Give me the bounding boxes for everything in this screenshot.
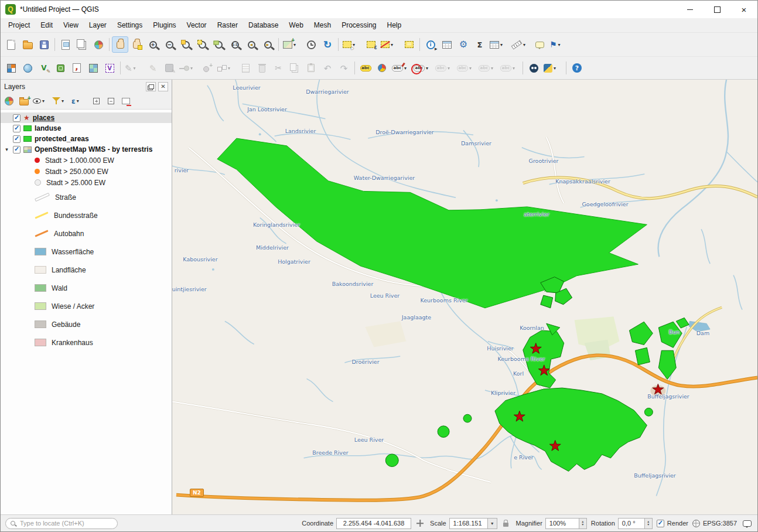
deselect-features-button[interactable]: ▾ [379, 36, 401, 53]
map-canvas[interactable]: LeeurivierDwarriegarivierJan Lootsrivier… [172, 80, 757, 514]
save-project-button[interactable] [36, 36, 52, 53]
add-raster-layer-button[interactable] [85, 60, 101, 76]
minimize-button[interactable] [677, 1, 704, 18]
scale-dropdown-button[interactable]: ▼ [488, 518, 497, 529]
layer-protected-areas[interactable]: protected_areas [1, 134, 172, 144]
select-features-button[interactable]: ▾ [341, 36, 363, 53]
open-data-source-manager-button[interactable] [3, 60, 19, 76]
crs-button[interactable]: EPSG:3857 [692, 520, 737, 527]
modify-attributes-button[interactable] [237, 60, 254, 76]
new-geopackage-layer-button[interactable] [52, 60, 69, 76]
measure-line-button[interactable]: ▾ [510, 36, 531, 53]
new-print-layout-button[interactable] [57, 36, 74, 53]
digitize-with-segment-button[interactable]: ▾ [177, 60, 199, 76]
select-features-by-expression-button[interactable] [363, 36, 379, 53]
move-label-button[interactable]: ▾ [433, 60, 455, 76]
rotation-field[interactable]: 0,0 ° [618, 518, 645, 529]
layer-diagram-options-button[interactable] [374, 60, 390, 76]
menu-layer[interactable]: Layer [84, 19, 112, 31]
collapse-all-button[interactable] [104, 94, 118, 108]
maximize-button[interactable] [704, 1, 730, 18]
layer-places-checkbox[interactable] [13, 114, 21, 122]
legend-item-1[interactable]: Stadt > 250.000 EW [1, 166, 172, 177]
filter-legend-by-expression-button[interactable]: ▾ [70, 94, 89, 108]
legend-item-8[interactable]: Wald [1, 279, 172, 297]
new-project-button[interactable] [3, 36, 19, 53]
close-panel-button[interactable]: ✕ [158, 82, 168, 91]
layer-osm-wms[interactable]: ▾OpenStreetMap WMS - by terrestris [1, 144, 172, 155]
open-attribute-table-button[interactable] [439, 36, 455, 53]
pan-map-button[interactable] [112, 36, 128, 53]
menu-vector[interactable]: Vector [182, 19, 212, 31]
new-map-view-button[interactable]: ▾ [281, 36, 303, 53]
zoom-full-button[interactable] [177, 36, 194, 53]
add-wms-layer-button[interactable] [19, 60, 36, 76]
legend-item-0[interactable]: Stadt > 1.000.000 EW [1, 155, 172, 166]
menu-help[interactable]: Help [382, 19, 407, 31]
zoom-to-selection-button[interactable] [194, 36, 210, 53]
open-project-button[interactable] [19, 36, 36, 53]
legend-item-7[interactable]: Landfläche [1, 261, 172, 279]
zoom-to-layer-button[interactable] [210, 36, 227, 53]
layer-osm-wms-checkbox[interactable] [13, 146, 21, 154]
help-button[interactable] [569, 60, 585, 76]
pin-unpin-labels-button[interactable]: ▾ [390, 60, 412, 76]
redo-button[interactable] [336, 60, 352, 76]
legend-item-11[interactable]: Krankenhaus [1, 333, 172, 352]
map-tips-button[interactable] [531, 36, 548, 53]
magnifier-field[interactable]: 100% [545, 518, 579, 529]
show-layers-list-button[interactable]: ▾ [488, 36, 510, 53]
style-manager-button[interactable] [90, 36, 107, 53]
show-hide-labels-button[interactable]: ▾ [498, 60, 520, 76]
locate-input[interactable] [19, 519, 112, 527]
menu-edit[interactable]: Edit [35, 19, 58, 31]
zoom-in-button[interactable] [145, 36, 161, 53]
layer-labeling-options-button[interactable] [357, 60, 374, 76]
legend-item-5[interactable]: Autobahn [1, 224, 172, 243]
python-console-button[interactable]: ▾ [542, 60, 564, 76]
new-shapefile-layer-button[interactable] [36, 60, 52, 76]
filter-legend-button[interactable]: ▾ [50, 94, 70, 108]
toggle-extents-button[interactable] [414, 517, 426, 529]
layer-osm-wms-expander[interactable]: ▾ [4, 146, 10, 152]
add-group-button[interactable] [16, 94, 31, 108]
temporal-controller-panel-button[interactable] [303, 36, 319, 53]
statistical-summary-button[interactable] [472, 36, 488, 53]
refresh-map-button[interactable] [319, 36, 336, 53]
expand-all-button[interactable] [89, 94, 104, 108]
close-button[interactable]: × [730, 1, 757, 18]
legend-item-6[interactable]: Wasserfläche [1, 243, 172, 261]
layer-protected-areas-checkbox[interactable] [13, 135, 21, 143]
menu-settings[interactable]: Settings [112, 19, 148, 31]
lock-scale-button[interactable] [500, 517, 512, 529]
osm-place-search-button[interactable] [525, 60, 542, 76]
menu-plugins[interactable]: Plugins [148, 19, 181, 31]
zoom-to-native-resolution-button[interactable] [227, 36, 243, 53]
manage-map-themes-button[interactable]: ▾ [31, 94, 50, 108]
toggle-editing-button[interactable] [145, 60, 161, 76]
coordinate-field[interactable]: 2.255.454 -4.041.638 [336, 518, 411, 529]
menu-web[interactable]: Web [284, 19, 308, 31]
remove-layer-group-button[interactable] [118, 94, 133, 108]
render-checkbox[interactable] [657, 520, 664, 527]
locate-search[interactable] [5, 518, 118, 529]
save-layer-edits-button[interactable] [161, 60, 177, 76]
rotate-label-button[interactable]: ▾ [455, 60, 477, 76]
select-by-form-button[interactable] [401, 36, 417, 53]
zoom-next-button[interactable] [260, 36, 276, 53]
highlight-pinned-labels-button[interactable]: ▾ [412, 60, 433, 76]
processing-toolbox-button[interactable] [455, 36, 472, 53]
menu-mesh[interactable]: Mesh [309, 19, 336, 31]
legend-item-4[interactable]: Bundesstraße [1, 206, 172, 224]
paste-features-button[interactable] [303, 60, 319, 76]
show-layout-manager-button[interactable] [74, 36, 90, 53]
rotation-spinner[interactable]: ▴▾ [645, 518, 653, 529]
magnifier-spinner[interactable]: ▴▾ [579, 518, 587, 529]
scale-field[interactable]: 1:168.151 [449, 518, 488, 529]
layer-places[interactable]: ★places [1, 112, 172, 123]
open-layer-styling-panel-button[interactable] [2, 94, 16, 108]
cut-features-button[interactable] [270, 60, 286, 76]
legend-item-10[interactable]: Gebäude [1, 315, 172, 333]
legend-item-9[interactable]: Wiese / Acker [1, 297, 172, 315]
identify-features-button[interactable] [422, 36, 439, 53]
